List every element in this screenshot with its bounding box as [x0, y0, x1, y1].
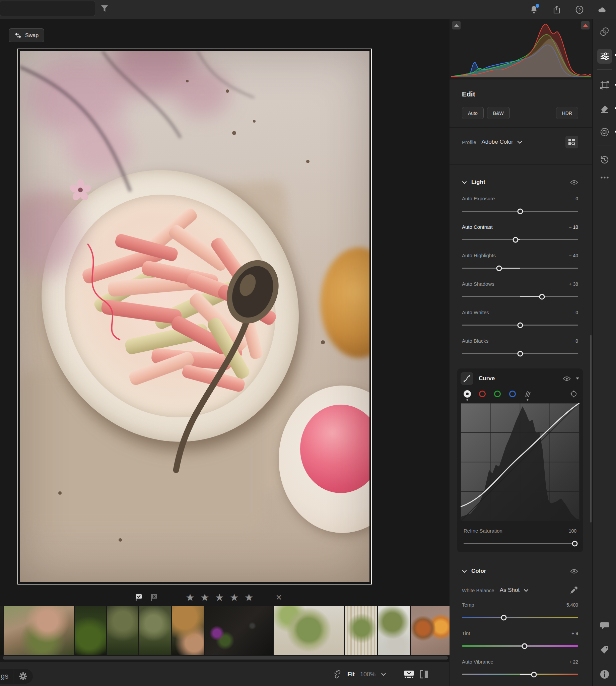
filmstrip-thumbnail[interactable] [345, 606, 377, 655]
filmstrip-scrollbar[interactable] [3, 656, 448, 660]
panel-scrollbar[interactable] [590, 335, 592, 523]
filmstrip-thumbnail[interactable] [0, 606, 3, 655]
slider-knob[interactable] [539, 294, 545, 300]
slider-label: Temp [462, 602, 474, 607]
star-4[interactable]: ★ [230, 593, 239, 603]
comments-button[interactable] [597, 619, 612, 634]
star-2[interactable]: ★ [200, 593, 210, 603]
reject-flag-icon[interactable] [150, 594, 158, 602]
star-1[interactable]: ★ [185, 593, 195, 603]
notifications-bell-icon[interactable] [530, 5, 538, 14]
filmstrip-toggle-icon[interactable] [404, 670, 414, 679]
clear-rating-icon[interactable]: ✕ [276, 593, 282, 602]
more-options-icon[interactable] [597, 170, 612, 185]
history-button[interactable] [597, 152, 612, 167]
filmstrip-thumbnail[interactable] [139, 606, 171, 655]
light-section-header[interactable]: Light [462, 179, 578, 185]
eye-icon[interactable] [570, 569, 578, 574]
slider-knob[interactable] [517, 208, 523, 214]
slider-knob[interactable] [517, 351, 523, 356]
filmstrip-thumbnail[interactable] [4, 606, 74, 655]
chevron-down-icon[interactable] [381, 672, 386, 676]
zoom-level-label[interactable]: 100% [360, 671, 375, 678]
channel-green[interactable] [494, 390, 501, 398]
keywords-tag-button[interactable] [597, 642, 612, 657]
histogram[interactable] [449, 19, 592, 80]
slider-track[interactable] [462, 237, 578, 243]
star-3[interactable]: ★ [215, 593, 224, 603]
eye-icon[interactable] [570, 180, 578, 185]
star-5[interactable]: ★ [244, 593, 254, 603]
filmstrip-thumbnail[interactable] [378, 606, 410, 655]
slider-track[interactable] [462, 351, 578, 356]
hdr-button[interactable]: HDR [556, 107, 578, 119]
slider-knob[interactable] [501, 615, 506, 620]
shadow-clipping-button[interactable] [452, 21, 461, 29]
slider-track[interactable] [462, 265, 578, 271]
cloud-sync-icon[interactable] [598, 5, 607, 14]
bw-button[interactable]: B&W [487, 107, 510, 119]
eraser-tool-button[interactable] [597, 101, 612, 116]
slider-track[interactable] [462, 615, 578, 620]
filmstrip-thumbnail[interactable] [172, 606, 204, 655]
slider-auto-highlights: Auto Highlights− 40 [462, 252, 578, 271]
info-button[interactable] [597, 667, 612, 682]
profile-value[interactable]: Adobe Color [482, 139, 513, 146]
slider-track[interactable] [462, 294, 578, 300]
zoom-link-icon[interactable] [333, 670, 342, 679]
chevron-down-icon[interactable] [575, 377, 579, 380]
help-icon[interactable]: ? [575, 5, 584, 14]
slider-knob[interactable] [522, 643, 528, 649]
white-balance-eyedropper-icon[interactable] [569, 586, 578, 595]
browse-profiles-button[interactable] [566, 136, 578, 148]
color-section-header[interactable]: Color [462, 568, 578, 574]
chevron-down-icon[interactable] [517, 141, 522, 144]
white-balance-value[interactable]: As Shot [500, 587, 520, 594]
filmstrip-thumbnail[interactable] [274, 606, 344, 655]
filmstrip-thumbnail[interactable] [205, 606, 273, 655]
settings-gear-button[interactable] [14, 669, 33, 684]
tone-curve-graph[interactable] [461, 403, 579, 521]
search-input[interactable] [0, 1, 95, 16]
profile-grid-icon [568, 138, 575, 146]
slider-track[interactable] [462, 322, 578, 328]
channel-refine-saturation[interactable] [524, 390, 531, 398]
before-after-compare-icon[interactable] [419, 670, 429, 679]
slider-knob[interactable] [572, 540, 577, 546]
crop-tool-button[interactable] [597, 78, 612, 92]
slider-track[interactable] [462, 671, 578, 677]
filter-icon[interactable] [101, 5, 109, 14]
masking-tool-button[interactable] [597, 125, 612, 139]
curve-header: Curve [461, 372, 579, 385]
filmstrip-thumbnail[interactable] [107, 606, 138, 655]
unread-notification-dot [535, 4, 539, 8]
slider-track[interactable] [462, 208, 578, 214]
slider-knob[interactable] [497, 265, 502, 271]
healing-tool-button[interactable] [597, 24, 612, 39]
share-icon[interactable] [552, 5, 561, 14]
chevron-down-icon[interactable] [524, 589, 529, 592]
slider-auto-whites: Auto Whites0 [462, 310, 578, 328]
slider-knob[interactable] [531, 671, 537, 677]
topbar-actions: ? [530, 0, 607, 19]
zoom-fit-label[interactable]: Fit [347, 671, 355, 678]
photo-vignette [20, 51, 370, 582]
slider-knob[interactable] [512, 237, 518, 243]
swap-button[interactable]: Swap [9, 28, 44, 42]
pick-flag-icon[interactable] [135, 594, 143, 602]
slider-label: Auto Contrast [462, 224, 493, 230]
channel-red[interactable] [479, 390, 486, 398]
filmstrip-thumbnail[interactable] [75, 606, 106, 655]
highlight-clipping-button[interactable] [581, 21, 590, 29]
eye-icon[interactable] [563, 376, 571, 381]
photo-frame[interactable] [17, 49, 372, 584]
channel-combined[interactable] [464, 390, 471, 398]
slider-track[interactable] [464, 540, 576, 546]
slider-knob[interactable] [517, 322, 523, 328]
targeted-adjustment-icon[interactable] [570, 390, 577, 398]
edit-tool-button[interactable] [597, 49, 612, 64]
auto-button[interactable]: Auto [462, 107, 484, 119]
slider-track[interactable] [462, 643, 578, 649]
channel-blue[interactable] [509, 390, 516, 398]
filmstrip-thumbnail[interactable] [411, 606, 449, 655]
